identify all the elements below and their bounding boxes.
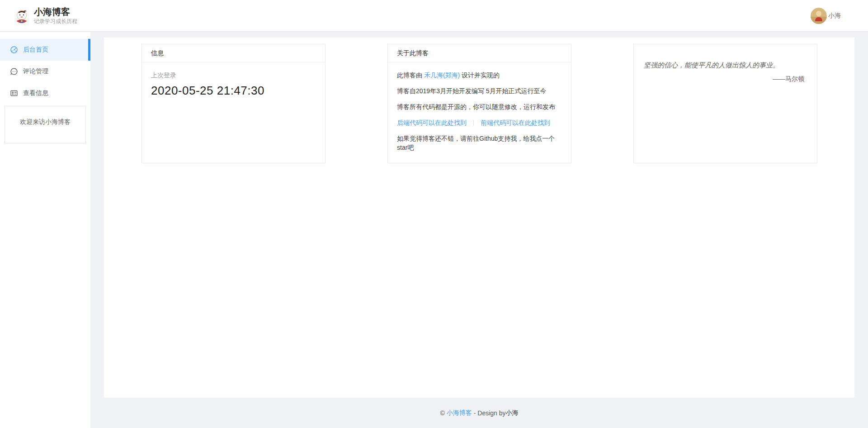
about-line-author: 此博客由 禾几海(郑海) 设计并实现的 [397,71,562,80]
welcome-box: 欢迎来访小海博客 [5,106,86,143]
odometer-icon [10,46,18,54]
user-name: 小海 [828,12,841,20]
sidebar-menu: 后台首页 评论管理 查看信息 [0,32,90,104]
sidebar: 后台首页 评论管理 查看信息 [0,32,90,428]
info-card-title: 信息 [142,44,325,62]
user-avatar [811,8,827,24]
copyright-text: © [440,409,444,417]
footer-middle-text: - Design by [474,409,506,417]
backend-code-link[interactable]: 后端代码可以在此处找到 [397,119,467,126]
about-card: 关于此博客 此博客由 禾几海(郑海) 设计并实现的 博客自2019年3月开始开发… [387,44,571,163]
about-line-code-links: 后端代码可以在此处找到前端代码可以在此处找到 [397,118,562,127]
page-footer: © 小海博客 - Design by 小海 [90,398,868,428]
footer-site-link[interactable]: 小海博客 [447,409,472,417]
quote-text: 坚强的信心，能使平凡的人做出惊人的事业。 [644,61,807,70]
footer-author: 小海 [506,409,519,417]
id-card-icon [10,89,18,97]
sidebar-item-label: 后台首页 [23,46,48,54]
about-line-history: 博客自2019年3月开始开发编写 5月开始正式运行至今 [397,86,562,95]
about-card-title: 关于此博客 [388,44,571,62]
sidebar-item-comments[interactable]: 评论管理 [0,61,90,82]
quote-author: ——马尔顿 [644,75,807,83]
main-content: 信息 上次登录 2020-05-25 21:47:30 关于此博客 此博客由 禾… [104,38,854,398]
comment-icon [10,67,18,76]
sidebar-item-label: 查看信息 [23,89,48,97]
author-link[interactable]: 禾几海(郑海) [424,71,460,79]
site-subtitle: 记录学习成长历程 [34,18,77,25]
about-line-star: 如果觉得博客还不错，请前往Github支持我，给我点一个star吧 [397,134,562,152]
sidebar-item-label: 评论管理 [23,67,48,76]
quote-card: 坚强的信心，能使平凡的人做出惊人的事业。 ——马尔顿 [633,44,817,163]
last-login-label: 上次登录 [151,71,316,80]
frontend-code-link[interactable]: 前端代码可以在此处找到 [481,119,550,126]
top-header: 小海博客 记录学习成长历程 小海 [0,0,868,32]
user-menu[interactable]: 小海 [811,8,841,24]
about-line-opensource: 博客所有代码都是开源的，你可以随意修改，运行和发布 [397,102,562,111]
welcome-text: 欢迎来访小海博客 [20,118,71,126]
last-login-value: 2020-05-25 21:47:30 [151,84,316,98]
info-card: 信息 上次登录 2020-05-25 21:47:30 [142,44,326,163]
sidebar-item-dashboard[interactable]: 后台首页 [0,39,90,61]
sidebar-item-view-info[interactable]: 查看信息 [0,82,90,104]
site-logo-icon [14,9,29,23]
brand-block[interactable]: 小海博客 记录学习成长历程 [14,6,77,25]
site-title: 小海博客 [34,6,77,17]
link-divider [473,120,474,126]
